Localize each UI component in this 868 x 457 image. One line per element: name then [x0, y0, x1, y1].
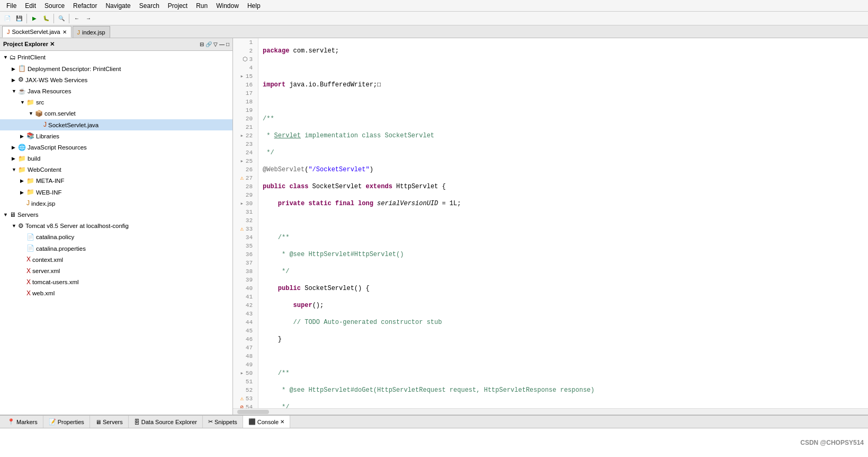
- expand-icon[interactable]: ▼: [29, 110, 35, 117]
- tab-close-console[interactable]: ✕: [280, 419, 284, 425]
- expand-icon[interactable]: ▶: [12, 155, 18, 162]
- src-folder-icon: 📁: [26, 98, 34, 108]
- menu-item-search[interactable]: Search: [135, 1, 164, 11]
- expand-icon[interactable]: ▼: [3, 211, 10, 218]
- expand-icon[interactable]: ▼: [12, 222, 18, 230]
- expand-icon[interactable]: ▼: [12, 166, 18, 173]
- line-num-26: 26: [235, 165, 256, 174]
- toolbar-debug-btn[interactable]: 🐛: [41, 13, 51, 24]
- tab-properties[interactable]: 📝 Properties: [43, 416, 90, 428]
- menu-item-edit[interactable]: Edit: [21, 1, 40, 11]
- tree-item-web-xml[interactable]: X web.xml: [0, 288, 232, 299]
- tree-item-server-xml[interactable]: X server.xml: [0, 266, 232, 277]
- tree-item-webcontent[interactable]: ▼ 📁 WebContent: [0, 164, 232, 175]
- view-menu-icon[interactable]: ▽: [213, 41, 218, 47]
- tree-label: build: [28, 154, 40, 163]
- line-num-41: 41: [235, 293, 256, 301]
- tree-item-jaxws[interactable]: ▶ ⚙ JAX-WS Web Services: [0, 74, 232, 85]
- tree-item-deployment[interactable]: ▶ 📋 Deployment Descriptor: PrintClient: [0, 63, 232, 74]
- tab-markers-label: Markers: [16, 419, 38, 425]
- tree-label: catalina.properties: [36, 244, 86, 253]
- horizontal-scrollbar[interactable]: [233, 408, 868, 415]
- code-line-29: [263, 352, 864, 361]
- maximize-sidebar-icon[interactable]: □: [226, 41, 229, 47]
- expand-icon[interactable]: ▶: [12, 76, 18, 84]
- menu-item-project[interactable]: Project: [164, 1, 192, 11]
- line-num-31: 31: [235, 208, 256, 216]
- tab-console-label: Console: [257, 419, 279, 425]
- tab-markers[interactable]: 📍 Markers: [2, 416, 43, 428]
- menu-item-window[interactable]: Window: [212, 1, 243, 11]
- expand-icon[interactable]: ▼: [12, 87, 18, 95]
- tree-label: context.xml: [32, 255, 63, 265]
- tree-item-libraries[interactable]: ▶ 📚 Libraries: [0, 130, 232, 142]
- link-with-editor-icon[interactable]: 🔗: [205, 41, 212, 47]
- tree-item-js-resources[interactable]: ▶ 🌐 JavaScript Resources: [0, 142, 232, 153]
- code-editor[interactable]: 1 2 ⬡3 4 ▸15 16 17 18 19 20 21 ▸22 23 24…: [233, 38, 868, 415]
- tree-item-com-servlet[interactable]: ▼ 📦 com.servlet: [0, 108, 232, 119]
- tree-item-index-jsp[interactable]: J index.jsp: [0, 198, 232, 209]
- expand-icon[interactable]: ▶: [12, 144, 18, 151]
- collapse-all-icon[interactable]: ⊟: [200, 41, 204, 47]
- tree-item-meta-inf[interactable]: ▶ 📁 META-INF: [0, 175, 232, 187]
- tree-item-java-resources[interactable]: ▼ ☕ Java Resources: [0, 86, 232, 97]
- expand-icon[interactable]: ▶: [20, 133, 26, 140]
- expand-icon[interactable]: ▼: [20, 99, 26, 106]
- code-line-16: * Servlet implementation class SocketSer…: [263, 131, 864, 140]
- menu-item-run[interactable]: Run: [192, 1, 212, 11]
- menu-item-refactor[interactable]: Refactor: [69, 1, 101, 11]
- snippets-icon: ✂: [208, 418, 213, 425]
- tree-item-printclient[interactable]: ▼ 🗂 PrintClient: [0, 52, 232, 63]
- tab-snippets[interactable]: ✂ Snippets: [203, 416, 243, 428]
- tab-console[interactable]: ⬛ Console ✕: [243, 416, 290, 428]
- menu-item-help[interactable]: Help: [243, 1, 265, 11]
- menu-item-navigate[interactable]: Navigate: [101, 1, 135, 11]
- code-text-area[interactable]: package com.servlet; import java.io.Buff…: [258, 38, 868, 408]
- line-num-52: 52: [235, 386, 256, 394]
- expand-icon[interactable]: ▶: [12, 65, 18, 73]
- tab-socket-servlet[interactable]: J SocketServlet.java ✕: [2, 26, 71, 38]
- line-num-25: ▸25: [235, 157, 256, 165]
- expand-icon[interactable]: ▶: [20, 189, 26, 196]
- tab-servers[interactable]: 🖥 Servers: [90, 416, 129, 428]
- tree-item-catalina-properties[interactable]: 📄 catalina.properties: [0, 243, 232, 254]
- console-content: CSDN @CHOPSY514: [0, 428, 868, 457]
- tree-item-tomcat[interactable]: ▼ ⚙ Tomcat v8.5 Server at localhost-conf…: [0, 221, 232, 232]
- tree-label: server.xml: [32, 266, 60, 276]
- line-num-34: 34: [235, 233, 256, 242]
- tree-item-context-xml[interactable]: X context.xml: [0, 254, 232, 265]
- tree-item-build[interactable]: ▶ 📁 build: [0, 153, 232, 164]
- toolbar-new-btn[interactable]: 📄: [2, 13, 13, 24]
- tree-label: src: [36, 98, 44, 107]
- line-num-51: 51: [235, 377, 256, 386]
- tree-item-servers[interactable]: ▼ 🖥 Servers: [0, 209, 232, 221]
- toolbar-save-btn[interactable]: 💾: [14, 13, 24, 24]
- minimize-sidebar-icon[interactable]: —: [219, 41, 225, 47]
- menu-item-source[interactable]: Source: [40, 1, 69, 11]
- webcontent-folder-icon: 📁: [18, 165, 26, 175]
- line-num-21: 21: [235, 123, 256, 131]
- tab-index-jsp[interactable]: J index.jsp: [73, 26, 110, 38]
- project-icon: 🗂: [10, 52, 16, 63]
- expand-icon[interactable]: ▶: [20, 177, 26, 184]
- tab-close-socket-servlet[interactable]: ✕: [62, 29, 67, 35]
- expand-icon[interactable]: ▼: [3, 54, 10, 61]
- toolbar-run-btn[interactable]: ▶: [29, 13, 40, 24]
- menu-item-file[interactable]: File: [2, 1, 21, 11]
- scrollbar-thumb[interactable]: [237, 410, 269, 414]
- tree-item-catalina-policy[interactable]: 📄 catalina.policy: [0, 232, 232, 243]
- javaresources-icon: ☕: [18, 86, 26, 96]
- tree-item-src[interactable]: ▼ 📁 src: [0, 97, 232, 108]
- code-view[interactable]: 1 2 ⬡3 4 ▸15 16 17 18 19 20 21 ▸22 23 24…: [233, 38, 868, 408]
- toolbar-back-btn[interactable]: ←: [71, 13, 82, 24]
- tree-item-socketservlet[interactable]: J SocketServlet.java: [0, 119, 232, 130]
- tab-label-index-jsp: index.jsp: [82, 29, 105, 36]
- tree-item-web-inf[interactable]: ▶ 📁 WEB-INF: [0, 187, 232, 198]
- toolbar-forward-btn[interactable]: →: [83, 13, 94, 24]
- package-icon: 📦: [35, 109, 43, 119]
- tree-item-tomcat-users-xml[interactable]: X tomcat-users.xml: [0, 277, 232, 288]
- tab-data-source[interactable]: 🗄 Data Source Explorer: [129, 416, 203, 428]
- tree-label: WebContent: [28, 165, 61, 174]
- webservice-icon: ⚙: [18, 75, 24, 85]
- toolbar-search-btn[interactable]: 🔍: [56, 13, 67, 24]
